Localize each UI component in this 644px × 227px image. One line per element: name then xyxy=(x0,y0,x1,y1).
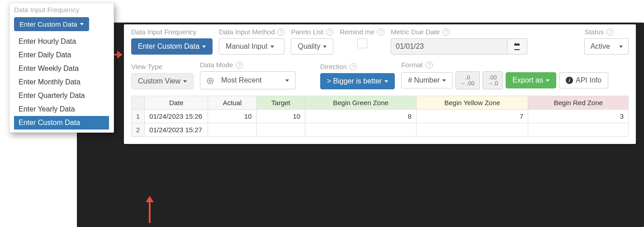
calendar-icon xyxy=(513,43,521,50)
view-type-label: Custom View xyxy=(138,77,180,85)
pareto-list-button[interactable]: Quality xyxy=(291,38,333,55)
help-icon[interactable]: ? xyxy=(236,61,243,69)
caret-down-icon xyxy=(270,46,274,48)
label-metric-due-date: Metric Due Date ? xyxy=(391,28,527,36)
data-input-frequency-button[interactable]: Enter Custom Data xyxy=(131,38,213,55)
col-green: Begin Green Zone xyxy=(305,96,417,110)
status-value: Active xyxy=(590,42,610,51)
label-view-type: View Type xyxy=(131,63,194,70)
col-target: Target xyxy=(256,96,305,110)
decrease-decimals-button[interactable]: .0←.00 xyxy=(455,71,479,89)
annotation-arrow-up-icon xyxy=(144,195,156,224)
caret-down-icon xyxy=(183,80,187,83)
metric-due-date-input[interactable] xyxy=(391,38,507,55)
popover-main-label: Enter Custom Data xyxy=(19,20,77,28)
caret-down-icon xyxy=(202,46,206,48)
settings-panel: Data Input Frequency Enter Custom Data D… xyxy=(124,24,636,144)
caret-down-icon xyxy=(442,79,446,82)
data-input-method-label: Manual Input xyxy=(226,42,268,51)
caret-down-icon xyxy=(619,46,623,48)
caret-down-icon xyxy=(323,46,327,48)
help-icon[interactable]: ? xyxy=(326,28,333,36)
dropdown-item-quarterly[interactable]: Enter Quarterly Data xyxy=(14,89,109,102)
status-select[interactable]: Active xyxy=(584,38,629,55)
data-mode-label: Most Recent xyxy=(221,76,262,84)
svg-marker-1 xyxy=(117,51,123,59)
frequency-dropdown-popover: Data Input Frequency Enter Custom Data E… xyxy=(9,3,114,133)
calendar-button[interactable] xyxy=(507,38,527,55)
table-corner xyxy=(132,96,145,110)
decrease-decimals-icon: .0←.00 xyxy=(460,74,474,86)
dropdown-item-custom[interactable]: Enter Custom Data xyxy=(14,116,109,130)
col-yellow: Begin Yellow Zone xyxy=(416,96,528,110)
api-info-label: API Info xyxy=(576,76,601,84)
data-input-method-button[interactable]: Manual Input xyxy=(219,38,284,55)
increase-decimals-button[interactable]: .00→.0 xyxy=(483,71,503,89)
table-row[interactable]: 2 01/24/2023 15:27 xyxy=(132,123,629,137)
popover-main-button[interactable]: Enter Custom Data xyxy=(14,17,89,31)
caret-down-icon xyxy=(285,79,289,82)
dropdown-item-monthly[interactable]: Enter Monthly Data xyxy=(14,75,109,89)
data-table: Date Actual Target Begin Green Zone Begi… xyxy=(131,96,629,137)
label-pareto-list: Pareto List ? xyxy=(291,28,333,36)
col-red: Begin Red Zone xyxy=(528,96,629,110)
data-mode-button[interactable]: ◎ Most Recent xyxy=(200,71,296,89)
label-direction: Direction ? xyxy=(320,63,395,70)
help-icon[interactable]: ? xyxy=(377,28,384,36)
help-icon[interactable]: ? xyxy=(606,28,614,36)
direction-button[interactable]: > Bigger is better xyxy=(320,73,395,89)
target-icon: ◎ xyxy=(207,75,214,85)
caret-down-icon xyxy=(80,23,84,25)
remind-me-checkbox[interactable] xyxy=(357,38,367,48)
dropdown-item-hourly[interactable]: Enter Hourly Data xyxy=(14,35,109,48)
dropdown-item-daily[interactable]: Enter Daily Data xyxy=(14,48,109,62)
col-actual: Actual xyxy=(208,96,256,110)
label-data-input-method: Data Input Method ? xyxy=(219,28,284,36)
help-icon[interactable]: ? xyxy=(277,28,284,36)
help-icon[interactable]: ? xyxy=(426,61,433,69)
data-input-frequency-label: Enter Custom Data xyxy=(138,42,199,51)
popover-title: Data Input Frequency xyxy=(14,6,109,14)
col-date: Date xyxy=(145,96,208,110)
direction-label: > Bigger is better xyxy=(327,77,382,85)
api-info-button[interactable]: i API Info xyxy=(559,72,608,88)
caret-down-icon xyxy=(384,80,388,83)
view-type-button[interactable]: Custom View xyxy=(131,73,194,89)
label-format: Format ? xyxy=(401,61,608,69)
caret-down-icon xyxy=(546,79,549,82)
dropdown-item-weekly[interactable]: Enter Weekly Data xyxy=(14,62,109,75)
label-data-mode: Data Mode ? xyxy=(200,61,296,69)
dropdown-item-yearly[interactable]: Enter Yearly Data xyxy=(14,102,109,116)
pareto-list-label: Quality xyxy=(298,42,320,51)
export-as-button[interactable]: Export as xyxy=(506,72,556,88)
table-row[interactable]: 1 01/24/2023 15:26 10 10 8 7 3 xyxy=(132,110,629,123)
svg-marker-3 xyxy=(146,196,154,202)
help-icon[interactable]: ? xyxy=(350,63,357,70)
export-as-label: Export as xyxy=(512,76,543,84)
format-button[interactable]: # Number xyxy=(401,72,453,88)
label-remind-me: Remind me ? xyxy=(340,28,384,36)
help-icon[interactable]: ? xyxy=(442,28,450,36)
label-data-input-frequency: Data Input Frequency xyxy=(131,28,213,36)
info-icon: i xyxy=(566,77,573,84)
label-status: Status ? xyxy=(584,28,629,36)
format-label: # Number xyxy=(408,76,440,84)
increase-decimals-icon: .00→.0 xyxy=(488,74,498,86)
